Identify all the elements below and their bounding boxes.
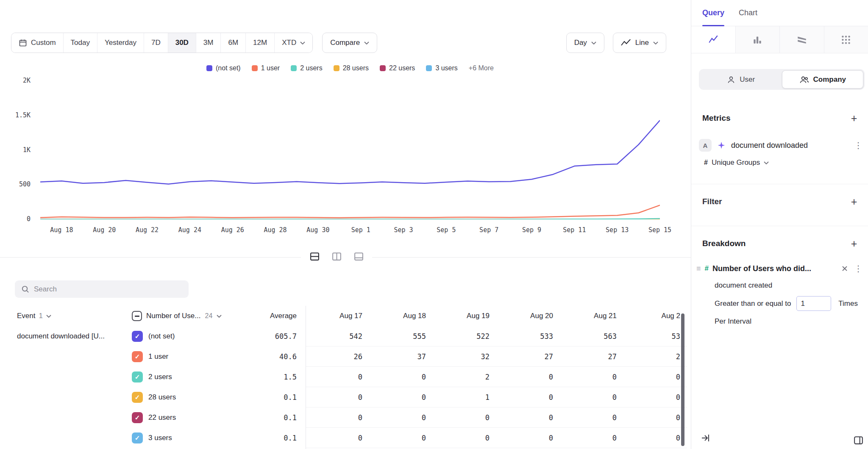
breakdown-section-header: Breakdown + (691, 236, 868, 251)
legend-item[interactable]: 22 users (380, 64, 415, 72)
range-7d-button[interactable]: 7D (144, 33, 168, 53)
add-metric-button[interactable]: + (847, 111, 861, 125)
select-all-checkbox[interactable] (132, 311, 142, 321)
range-today-button[interactable]: Today (63, 33, 97, 53)
value-cell: 26 (306, 346, 369, 367)
add-filter-button[interactable]: + (847, 194, 861, 209)
toggle-panel-button[interactable] (853, 435, 864, 447)
series-label: 2 users (148, 367, 172, 387)
range-12m-button[interactable]: 12M (245, 33, 274, 53)
tab-query[interactable]: Query (702, 0, 724, 26)
value-cell: 53 (623, 326, 687, 346)
chart-type-line-tab[interactable] (691, 26, 735, 53)
scope-toggle: User Company (699, 69, 865, 90)
y-axis-tick: 500 (0, 180, 31, 188)
legend-item[interactable]: 28 users (334, 64, 369, 72)
condition-label[interactable]: Greater than or equal to (715, 299, 791, 308)
y-axis-tick: 0 (0, 215, 31, 223)
breakdown-property-name[interactable]: Number of Users who did... (712, 264, 836, 273)
legend-item[interactable]: 3 users (426, 64, 457, 72)
legend-item[interactable]: 2 users (291, 64, 322, 72)
metrics-title: Metrics (702, 114, 731, 123)
view-chart-only-button[interactable] (351, 248, 366, 265)
legend-more-button[interactable]: +6 More (469, 64, 494, 72)
x-axis-tick: Aug 30 (306, 226, 329, 234)
interval-select[interactable]: Day (566, 33, 604, 53)
value-cell: 0 (433, 428, 496, 448)
chart-type-select[interactable]: Line (613, 33, 666, 53)
average-value: 40.6 (250, 346, 297, 367)
date-values: 54255552253356353 (306, 326, 687, 346)
chart-type-area-tab[interactable] (779, 26, 824, 53)
series-checkbox[interactable]: ✓ (132, 331, 143, 342)
date-column-header[interactable]: Aug 2 (623, 306, 687, 326)
compare-button[interactable]: Compare (322, 33, 377, 53)
chart-type-tabs (691, 26, 868, 53)
remove-breakdown-button[interactable] (840, 263, 850, 274)
series-header-label: Number of Use... (146, 312, 201, 320)
main-panel: Custom TodayYesterday7D30D3M6M12M XTD Co… (0, 0, 691, 449)
breakdown-event-name[interactable]: document created (715, 281, 863, 290)
scope-company-option[interactable]: Company (782, 70, 864, 89)
metric-options-button[interactable]: ⋮ (854, 140, 863, 150)
table-scrollbar[interactable] (681, 313, 684, 446)
number-property-icon: # (705, 264, 709, 273)
breakdown-options-button[interactable]: ⋮ (854, 263, 863, 274)
date-column-header[interactable]: Aug 19 (433, 306, 496, 326)
custom-event-sparkle-icon (717, 141, 726, 150)
times-unit-label: Times (838, 299, 858, 308)
view-split-rows-button[interactable] (307, 248, 322, 265)
metrics-section-header: Metrics + (691, 111, 868, 125)
line-chart: 05001K1.5K2KAug 18Aug 20Aug 22Aug 24Aug … (0, 79, 691, 241)
date-values: 002000 (306, 367, 687, 387)
range-yesterday-button[interactable]: Yesterday (97, 33, 144, 53)
series-checkbox[interactable]: ✓ (132, 412, 143, 423)
date-column-header[interactable]: Aug 21 (560, 306, 623, 326)
range-30d-button[interactable]: 30D (168, 33, 196, 53)
series-label: 22 users (148, 407, 176, 428)
search-input[interactable] (34, 285, 182, 294)
collapse-sidebar-button[interactable] (701, 433, 711, 445)
breakdown-condition-row: Greater than or equal to Times (715, 296, 861, 311)
times-value-input[interactable] (796, 296, 831, 311)
value-cell: 0 (369, 407, 433, 428)
scope-user-option[interactable]: User (700, 70, 782, 89)
value-cell: 555 (369, 326, 433, 346)
date-column-header[interactable]: Aug 18 (369, 306, 433, 326)
legend-item[interactable]: 1 user (252, 64, 280, 72)
date-values: 000000 (306, 407, 687, 428)
metric-aggregation-select[interactable]: # Unique Groups (704, 158, 863, 167)
value-cell: 0 (623, 387, 687, 407)
per-interval-label[interactable]: Per Interval (715, 317, 863, 326)
series-checkbox[interactable]: ✓ (132, 432, 143, 443)
range-xtd-button[interactable]: XTD (274, 33, 312, 53)
legend-item[interactable]: (not set) (206, 64, 241, 72)
interval-label: Day (574, 39, 587, 47)
compare-label: Compare (330, 39, 360, 47)
chart-type-bar-tab[interactable] (735, 26, 780, 53)
date-column-header[interactable]: Aug 17 (306, 306, 369, 326)
section-divider (691, 226, 868, 226)
search-icon (21, 285, 29, 293)
chart-type-more-tab[interactable] (824, 26, 868, 53)
chart-plot-area[interactable] (40, 81, 660, 219)
series-column-header[interactable]: Number of Use... 24 (132, 306, 222, 326)
stacked-area-icon (796, 34, 807, 45)
series-checkbox[interactable]: ✓ (132, 371, 143, 382)
date-column-header[interactable]: Aug 20 (496, 306, 560, 326)
y-axis-tick: 2K (0, 77, 31, 84)
event-column-header[interactable]: Event 1 (17, 306, 51, 326)
add-breakdown-button[interactable]: + (847, 236, 861, 251)
range-3m-button[interactable]: 3M (196, 33, 221, 53)
series-checkbox[interactable]: ✓ (132, 351, 143, 362)
custom-range-button[interactable]: Custom (11, 33, 63, 53)
breakdown-card: ≡ # Number of Users who did... ⋮ documen… (696, 263, 863, 326)
view-split-columns-button[interactable] (329, 248, 344, 265)
scope-user-label: User (740, 75, 755, 84)
value-cell: 2 (623, 346, 687, 367)
range-6m-button[interactable]: 6M (220, 33, 245, 53)
metric-item[interactable]: A document downloaded ⋮ (699, 139, 863, 152)
series-checkbox[interactable]: ✓ (132, 392, 143, 403)
drag-handle-icon[interactable]: ≡ (696, 264, 701, 273)
tab-chart[interactable]: Chart (739, 0, 757, 26)
